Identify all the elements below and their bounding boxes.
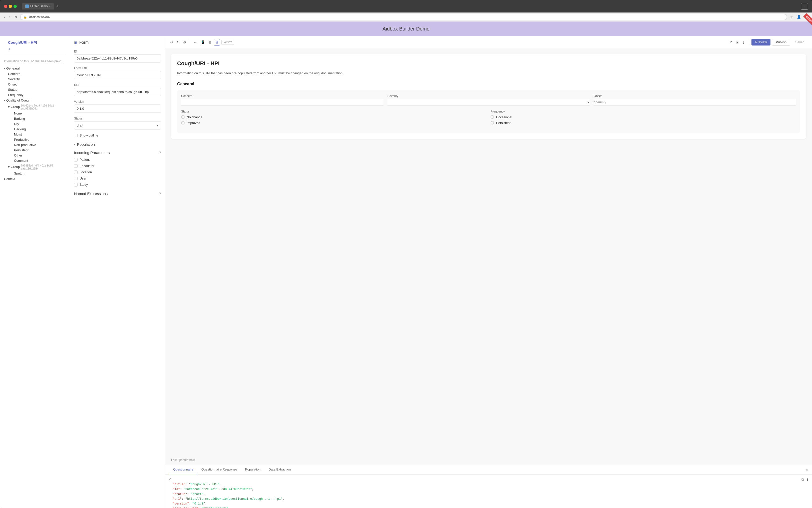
account-button[interactable]: 👤 [796, 14, 802, 20]
bookmark-button[interactable]: ☆ [789, 14, 794, 20]
radio-no-change-button[interactable] [181, 115, 185, 119]
id-input[interactable] [74, 54, 161, 62]
tab-questionnaire[interactable]: Questionnaire [169, 465, 197, 474]
settings-icon[interactable]: ⚙ [182, 39, 187, 45]
close-window-button[interactable] [4, 5, 7, 8]
named-expressions-help-icon[interactable]: ? [159, 192, 161, 196]
form-title-input[interactable] [74, 71, 161, 79]
tab-data-extraction[interactable]: Data Extraction [265, 465, 295, 474]
sidebar-group-header-quality[interactable]: ▾ Quality of Cough [0, 97, 70, 103]
sidebar-item-onset[interactable]: Onset [0, 82, 70, 87]
sidebar-item-status[interactable]: Status [0, 87, 70, 92]
arrows-icon[interactable]: ↔ [193, 39, 198, 45]
status-select[interactable]: draft active retired unknown [74, 121, 161, 129]
refresh-preview-icon[interactable]: ↺ [729, 39, 734, 45]
param-patient: Patient [74, 158, 161, 162]
saved-label: Saved [792, 39, 808, 45]
param-encounter-checkbox[interactable] [74, 164, 78, 168]
radio-occasional-button[interactable] [491, 115, 494, 119]
incoming-params-help-icon[interactable]: ? [159, 151, 161, 155]
sidebar-item-frequency[interactable]: Frequency [0, 92, 70, 97]
desktop-icon[interactable]: 🖥 [214, 39, 220, 45]
param-location-label: Location [80, 170, 92, 174]
copy-json-button[interactable]: ⧉ [802, 477, 804, 482]
url-label: URL [74, 83, 161, 87]
sidebar-item-sputum[interactable]: Sputum [2, 171, 70, 176]
minimize-window-button[interactable] [9, 5, 12, 8]
new-tab-button[interactable]: + [54, 4, 60, 8]
show-outline-checkbox[interactable] [74, 134, 78, 137]
publish-button[interactable]: Publish [772, 39, 790, 45]
sidebar-item-comment[interactable]: Comment [2, 158, 70, 163]
sidebar: Cough/URI - HPI + Information on this HP… [0, 36, 70, 508]
app-header: Aidbox Builder Demo DEBUG [0, 22, 812, 36]
status-select-wrapper: draft active retired unknown ▾ [74, 121, 161, 129]
param-study-checkbox[interactable] [74, 183, 78, 186]
more-options-icon[interactable]: ⋮ [741, 39, 746, 45]
sidebar-item-concern[interactable]: Concern [0, 71, 70, 77]
sidebar-sub-group-header-1[interactable]: ▾ Group 30b6014c-7eb9-413d-90c2-ecd9638b… [2, 103, 70, 111]
population-section-header[interactable]: ▾ Population [74, 142, 161, 146]
sidebar-item-none[interactable]: None [2, 111, 70, 116]
param-location-checkbox[interactable] [74, 170, 78, 174]
sidebar-item-productive[interactable]: Productive [2, 137, 70, 142]
sidebar-group-header-context[interactable]: Context [0, 176, 70, 182]
sidebar-item-persistent[interactable]: Persistent [2, 147, 70, 153]
severity-field-label: Severity [388, 94, 590, 98]
onset-input[interactable] [594, 99, 796, 106]
back-button[interactable]: ‹ [3, 14, 6, 20]
refresh-button[interactable]: ↻ [13, 14, 18, 20]
browser-window: Flutter Demo × + ∨ ‹ › ↻ 🔒 localhost:557… [0, 0, 812, 508]
tab-close-button[interactable]: × [49, 5, 50, 8]
radio-no-change-label: No change [187, 115, 202, 119]
radio-improved-button[interactable] [181, 121, 185, 125]
radio-no-change[interactable]: No change [181, 115, 487, 119]
named-expressions-title: Named Expressions [74, 192, 108, 196]
browser-tab[interactable]: Flutter Demo × [22, 3, 54, 9]
address-bar[interactable]: 🔒 localhost:55706 [20, 14, 787, 20]
sidebar-item-severity[interactable]: Severity [0, 77, 70, 82]
window-controls-button[interactable]: ∨ [801, 3, 808, 9]
status-radio-group: No change Improved [181, 115, 487, 125]
severity-select[interactable]: ∨ [388, 99, 590, 106]
sidebar-item-hacking[interactable]: Hacking [2, 127, 70, 132]
frequency-col: Frequency Occasional Persist [491, 110, 796, 125]
radio-occasional[interactable]: Occasional [491, 115, 796, 119]
sidebar-sub-group-header-2[interactable]: ▾ Group 797885c0-46f4-401e-bd57-eaaf13dd… [2, 163, 70, 171]
maximize-window-button[interactable] [13, 5, 17, 8]
sidebar-item-non-productive[interactable]: Non-productive [2, 142, 70, 147]
browser-toolbar: ‹ › ↻ 🔒 localhost:55706 ☆ 👤 ⋮ [0, 12, 812, 22]
url-input[interactable] [74, 88, 161, 96]
undo-icon[interactable]: ↺ [169, 39, 174, 45]
tab-questionnaire-response[interactable]: Questionnaire Response [197, 465, 241, 474]
concern-input[interactable] [181, 99, 383, 106]
download-json-button[interactable]: ⬇ [806, 477, 809, 482]
redo-icon[interactable]: ↻ [175, 39, 180, 45]
param-patient-checkbox[interactable] [74, 158, 78, 162]
sidebar-group-genearal: ▾ Genearal Concern Severity Onset Status… [0, 66, 70, 97]
radio-persistent[interactable]: Persistent [491, 121, 796, 125]
version-input[interactable] [74, 104, 161, 113]
forward-button[interactable]: › [8, 14, 11, 20]
tab-population[interactable]: Population [241, 465, 265, 474]
tablet-icon[interactable]: ⊞ [207, 39, 212, 45]
param-user-checkbox[interactable] [74, 177, 78, 180]
chevron-down-icon: ▾ [4, 67, 5, 70]
bottom-panel-close-button[interactable]: × [806, 465, 808, 474]
sidebar-item-dry[interactable]: Dry [2, 121, 70, 127]
sidebar-group-header-genearal[interactable]: ▾ Genearal [0, 66, 70, 71]
form-title-field: Form Title [74, 67, 161, 79]
radio-improved[interactable]: Improved [181, 121, 487, 125]
sidebar-item-barking[interactable]: Barking [2, 116, 70, 121]
json-actions: ⧉ ⬇ [802, 477, 809, 482]
mobile-icon[interactable]: 📱 [200, 39, 206, 45]
form-preview-card: Cough/URI - HPI Information on this HPI … [171, 54, 806, 139]
radio-persistent-button[interactable] [491, 121, 494, 125]
share-icon[interactable]: ⎘ [735, 39, 739, 45]
severity-chevron-icon: ∨ [587, 100, 590, 104]
sidebar-info-text: Information on this HPI that has been pr… [0, 57, 70, 66]
preview-button[interactable]: Preview [752, 39, 770, 45]
sidebar-add-button[interactable]: + [4, 47, 66, 52]
sidebar-item-moist[interactable]: Moist [2, 132, 70, 137]
sidebar-item-other[interactable]: Other [2, 153, 70, 158]
